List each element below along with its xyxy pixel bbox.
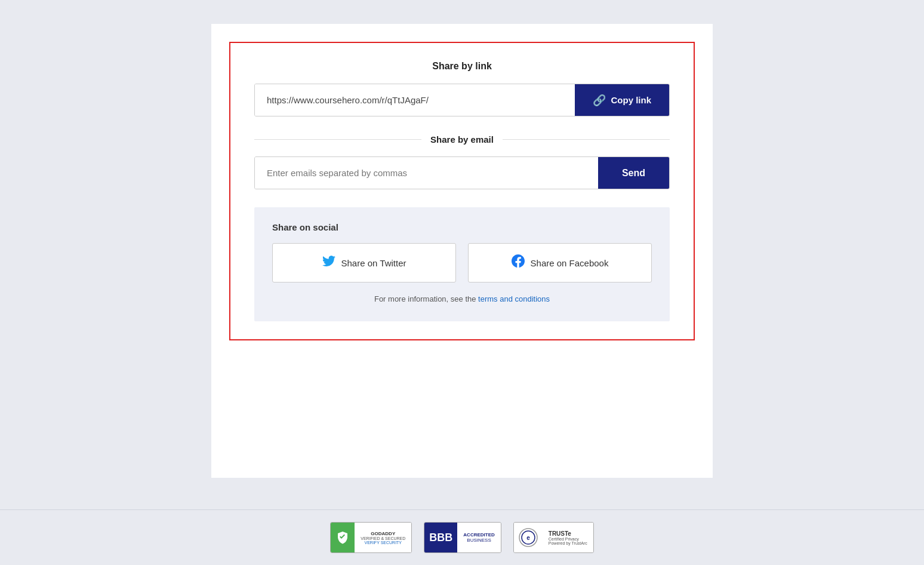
page-wrapper: Share by link 🔗 Copy link Share by email…: [211, 24, 713, 478]
facebook-label: Share on Facebook: [531, 258, 609, 268]
copy-link-button[interactable]: 🔗 Copy link: [575, 84, 669, 116]
bbb-text: ACCREDITED BUSINESS: [457, 523, 500, 552]
terms-prefix: For more information, see the: [374, 294, 478, 303]
terms-row: For more information, see the terms and …: [272, 294, 652, 303]
bbb-subtitle: ACCREDITED: [463, 532, 494, 538]
twitter-icon: [322, 254, 335, 271]
divider-right: [503, 139, 670, 140]
divider-left: [254, 139, 421, 140]
truste-subtitle: Certified Privacy: [549, 537, 579, 541]
send-button[interactable]: Send: [598, 157, 669, 189]
copy-link-label: Copy link: [611, 95, 651, 105]
share-link-input[interactable]: [255, 84, 575, 116]
social-buttons: Share on Twitter Share on Facebook: [272, 243, 652, 282]
facebook-icon: [512, 254, 525, 271]
bbb-subtitle2: BUSINESS: [467, 538, 491, 543]
godaddy-text: GODADDY VERIFIED & SECURED VERIFY SECURI…: [355, 523, 411, 552]
share-card: Share by link 🔗 Copy link Share by email…: [229, 42, 695, 340]
truste-icon-area: e: [514, 523, 543, 552]
godaddy-title: GODADDY: [371, 531, 395, 536]
truste-text: TRUSTe Certified Privacy Powered by Trus…: [543, 523, 593, 552]
social-section: Share on social Share on Twitter: [254, 207, 670, 321]
share-by-email-divider: Share by email: [254, 134, 670, 145]
bbb-label: BBB: [429, 532, 452, 544]
share-by-email-title: Share by email: [430, 134, 494, 145]
send-label: Send: [622, 168, 645, 178]
link-row: 🔗 Copy link: [254, 84, 670, 116]
email-row: Send: [254, 156, 670, 189]
terms-link[interactable]: terms and conditions: [478, 294, 550, 303]
truste-sub2: Powered by TrustArc: [549, 541, 587, 545]
godaddy-subtitle: VERIFIED & SECURED: [361, 536, 405, 541]
truste-icon: e: [519, 528, 538, 547]
bbb-icon: BBB: [424, 523, 457, 552]
godaddy-shield-icon: [335, 530, 350, 545]
godaddy-sub2: VERIFY SECURITY: [365, 541, 402, 545]
svg-text:e: e: [526, 535, 530, 541]
truste-title: TRUSTe: [549, 530, 571, 537]
bbb-badge: BBB ACCREDITED BUSINESS: [424, 522, 501, 553]
godaddy-icon-area: [331, 523, 355, 552]
godaddy-badge: GODADDY VERIFIED & SECURED VERIFY SECURI…: [330, 522, 412, 553]
truste-badge: e TRUSTe Certified Privacy Powered by Tr…: [513, 522, 594, 553]
share-facebook-button[interactable]: Share on Facebook: [468, 243, 652, 282]
link-icon: 🔗: [593, 94, 606, 107]
email-input[interactable]: [255, 157, 598, 189]
twitter-label: Share on Twitter: [341, 258, 406, 268]
share-twitter-button[interactable]: Share on Twitter: [272, 243, 456, 282]
social-section-title: Share on social: [272, 222, 652, 232]
share-by-link-title: Share by link: [254, 61, 670, 72]
footer: GODADDY VERIFIED & SECURED VERIFY SECURI…: [0, 509, 924, 565]
